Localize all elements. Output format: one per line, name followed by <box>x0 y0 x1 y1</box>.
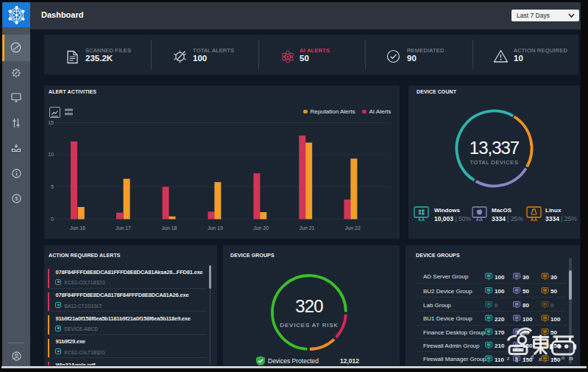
svg-text:d: d <box>531 354 534 360</box>
svg-text:i: i <box>524 355 525 362</box>
svg-text:Jun 22: Jun 22 <box>345 225 361 231</box>
svg-text:m: m <box>569 355 573 362</box>
svg-text:z: z <box>506 355 510 362</box>
svg-text:TOTAL DEVICES: TOTAL DEVICES <box>470 159 518 166</box>
svg-text:o: o <box>562 354 564 361</box>
svg-text:13,337: 13,337 <box>470 138 520 158</box>
svg-text:Jun 18: Jun 18 <box>161 225 177 231</box>
svg-text:0: 0 <box>51 217 54 222</box>
svg-text:h: h <box>515 357 518 363</box>
svg-text:Jun 16: Jun 16 <box>70 225 85 231</box>
svg-text:10: 10 <box>48 152 54 157</box>
svg-text:x: x <box>538 356 542 362</box>
svg-text:DEVICES AT RISK: DEVICES AT RISK <box>280 322 338 329</box>
svg-text:Jun 20: Jun 20 <box>253 225 269 231</box>
svg-text:15: 15 <box>48 120 54 125</box>
svg-text:$: $ <box>15 195 18 202</box>
svg-text:.: . <box>545 356 547 362</box>
svg-text:Jun 19: Jun 19 <box>208 225 223 231</box>
svg-text:320: 320 <box>295 296 323 316</box>
svg-text:5: 5 <box>51 184 54 189</box>
svg-text:Jun 17: Jun 17 <box>116 225 131 231</box>
svg-text:c: c <box>553 355 556 362</box>
svg-text:Jun 21: Jun 21 <box>299 225 314 231</box>
